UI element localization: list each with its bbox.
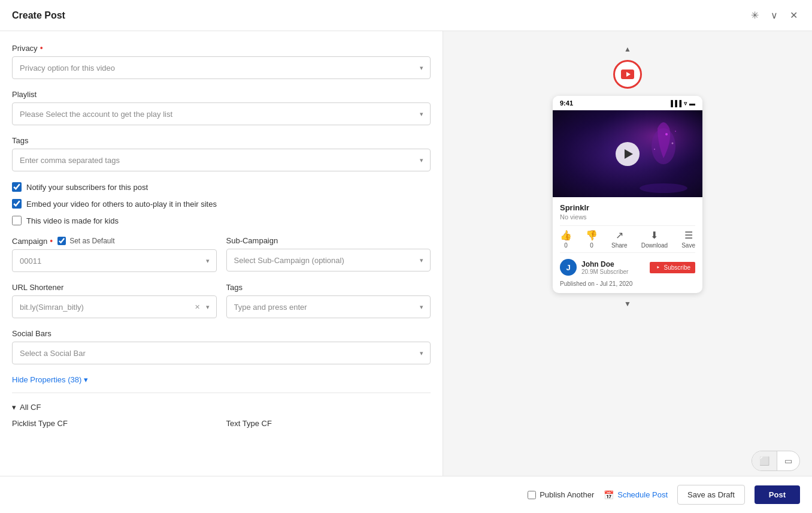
battery-icon: ▬ — [689, 100, 695, 107]
cf-labels-row: Picklist Type CF Text Type CF — [12, 419, 431, 428]
privacy-select-wrapper: Privacy option for this video ▾ — [12, 56, 431, 79]
share-label: Share — [611, 242, 628, 249]
channel-subscribers: 20.9M Subscriber — [581, 268, 650, 275]
embed-label: Embed your video for others to auto-play… — [26, 200, 217, 209]
video-actions: 👍 0 👎 0 ↗ Share ⬇ Down — [560, 225, 695, 253]
video-info: Sprinklr No views 👍 0 👎 0 ↗ — [553, 197, 702, 293]
campaign-select-wrapper: 00011 ▾ — [12, 249, 217, 272]
youtube-icon-wrap — [613, 60, 642, 89]
modal-body: Privacy • Privacy option for this video … — [0, 31, 812, 476]
save-label: Save — [681, 242, 695, 249]
hide-properties-label: Hide Properties (38) — [12, 375, 81, 384]
publish-another-group: Publish Another — [528, 490, 594, 499]
post-button[interactable]: Post — [755, 485, 800, 504]
url-tags-row: URL Shortener bit.ly(Simran_bitly) ✕ ▾ T… — [12, 283, 431, 318]
modal-footer: Publish Another 📅 Schedule Post Save as … — [0, 476, 812, 513]
youtube-icon — [613, 60, 642, 89]
share-icon: ↗ — [616, 230, 623, 241]
scroll-down-arrow[interactable]: ▼ — [622, 298, 634, 310]
channel-name: John Doe — [581, 260, 650, 268]
text-type-cf-label: Text Type CF — [226, 419, 431, 428]
tags2-select[interactable]: Type and press enter — [226, 295, 431, 318]
schedule-post-label: Schedule Post — [617, 490, 668, 499]
svg-point-8 — [675, 131, 676, 132]
set-default-label: Set as Default — [69, 237, 114, 245]
hide-properties-button[interactable]: Hide Properties (38) ▾ — [12, 375, 88, 384]
privacy-label: Privacy • — [12, 43, 431, 53]
dislike-action[interactable]: 👎 0 — [586, 230, 598, 249]
svg-point-7 — [654, 149, 655, 150]
video-title: Sprinklr — [560, 203, 695, 212]
close-button[interactable]: ✕ — [787, 8, 800, 22]
set-default-checkbox[interactable] — [57, 237, 66, 245]
channel-initial: J — [566, 263, 570, 272]
social-bars-select-wrapper: Select a Social Bar ▾ — [12, 342, 431, 364]
sub-campaign-select[interactable]: Select Sub-Campaign (optional) — [226, 249, 431, 271]
svg-point-9 — [640, 183, 687, 193]
left-panel: Privacy • Privacy option for this video … — [0, 31, 443, 476]
phone-status-bar: 9:41 ▐▐▐ ▿ ▬ — [553, 96, 702, 110]
play-triangle-icon — [625, 149, 633, 159]
url-shortener-group: URL Shortener bit.ly(Simran_bitly) ✕ ▾ — [12, 283, 217, 318]
phone-time: 9:41 — [560, 99, 573, 107]
campaign-header: Campaign • Set as Default — [12, 236, 217, 246]
tags-select-wrapper: Enter comma separated tags ▾ — [12, 149, 431, 171]
play-button[interactable] — [616, 142, 640, 166]
campaign-group: Campaign • Set as Default 00011 ▾ — [12, 236, 217, 272]
campaign-select[interactable]: 00011 — [12, 249, 217, 272]
subscribe-button[interactable]: Subscribe — [650, 262, 695, 273]
subscribe-yt-icon — [655, 265, 662, 270]
privacy-group: Privacy • Privacy option for this video … — [12, 43, 431, 79]
video-thumbnail[interactable] — [553, 110, 702, 197]
download-label: Download — [641, 242, 668, 249]
collapse-button[interactable]: ∨ — [768, 8, 780, 22]
notify-checkbox[interactable] — [12, 182, 22, 192]
desktop-view-button[interactable]: ⬜ — [752, 451, 777, 470]
save-action[interactable]: ☰ Save — [681, 230, 695, 249]
privacy-select[interactable]: Privacy option for this video — [12, 56, 431, 79]
right-panel: ▲ 9:41 ▐▐▐ ▿ ▬ — [443, 31, 812, 476]
scroll-up-arrow[interactable]: ▲ — [622, 43, 634, 55]
modal-title: Create Post — [12, 10, 65, 21]
playlist-select[interactable]: Please Select the account to get the pla… — [12, 102, 431, 125]
embed-checkbox-group: Embed your video for others to auto-play… — [12, 199, 431, 209]
embed-checkbox[interactable] — [12, 199, 22, 209]
published-date: Published on - Jul 21, 2020 — [560, 280, 695, 287]
kids-label: This video is made for kids — [26, 216, 119, 225]
publish-another-checkbox[interactable] — [528, 491, 536, 499]
pin-icon-button[interactable]: ✳ — [749, 8, 761, 22]
save-draft-button[interactable]: Save as Draft — [677, 485, 745, 505]
social-bars-select[interactable]: Select a Social Bar — [12, 342, 431, 364]
all-cf-section: ▾ All CF Picklist Type CF Text Type CF — [12, 403, 431, 428]
subscribe-label: Subscribe — [664, 264, 690, 271]
tags-group: Tags Enter comma separated tags ▾ — [12, 136, 431, 171]
campaign-row: Campaign • Set as Default 00011 ▾ — [12, 236, 431, 272]
set-default-group: Set as Default — [57, 237, 114, 245]
mobile-view-button[interactable]: ▭ — [777, 451, 799, 470]
svg-point-5 — [665, 133, 668, 135]
phone-preview: 9:41 ▐▐▐ ▿ ▬ — [553, 96, 702, 293]
tags2-label: Tags — [226, 283, 431, 292]
save-draft-label: Save as Draft — [687, 490, 735, 499]
header-icons: ✳ ∨ ✕ — [749, 8, 800, 22]
like-action[interactable]: 👍 0 — [560, 230, 572, 249]
kids-checkbox[interactable] — [12, 216, 22, 225]
notify-checkbox-group: Notify your subscribers for this post — [12, 182, 431, 192]
schedule-post-button[interactable]: 📅 Schedule Post — [604, 490, 668, 500]
tags-select[interactable]: Enter comma separated tags — [12, 149, 431, 171]
social-bars-label: Social Bars — [12, 329, 431, 338]
share-action[interactable]: ↗ Share — [611, 230, 628, 249]
tags2-group: Tags Type and press enter ▾ — [226, 283, 431, 318]
url-shortener-select[interactable]: bit.ly(Simran_bitly) — [12, 295, 217, 318]
tags2-select-wrapper: Type and press enter ▾ — [226, 295, 431, 318]
all-cf-header[interactable]: ▾ All CF — [12, 403, 431, 412]
kids-checkbox-group: This video is made for kids — [12, 216, 431, 225]
svg-point-6 — [672, 143, 674, 144]
download-icon: ⬇ — [650, 230, 658, 241]
picklist-type-cf-label: Picklist Type CF — [12, 419, 217, 428]
calendar-icon: 📅 — [604, 490, 614, 500]
dislike-count: 0 — [590, 242, 593, 249]
playlist-label: Playlist — [12, 90, 431, 99]
download-action[interactable]: ⬇ Download — [641, 230, 668, 249]
tags-label: Tags — [12, 136, 431, 145]
